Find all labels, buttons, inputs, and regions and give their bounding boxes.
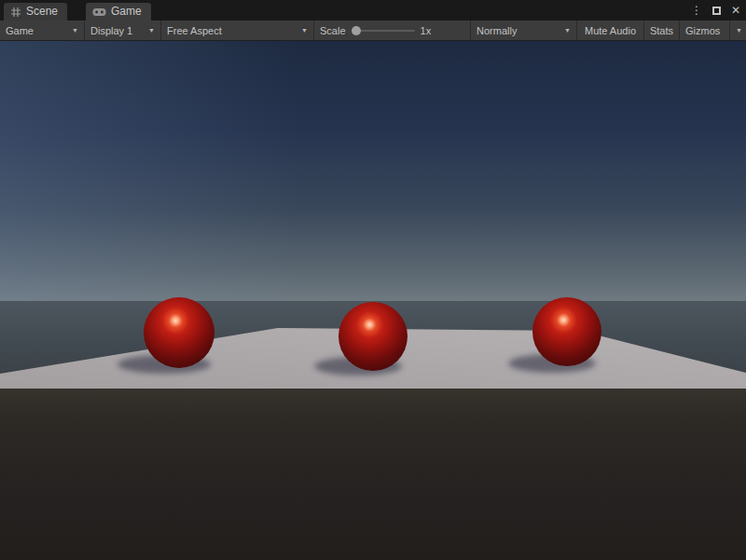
red-sphere-2 (338, 302, 408, 371)
scale-label: Scale (320, 25, 346, 36)
gizmos-dropdown[interactable]: Gizmos ▼ (680, 20, 746, 40)
display-target-label: Display 1 (90, 25, 132, 36)
grid-icon (10, 7, 21, 18)
unity-game-view-window: Scene Game ⋮ ✕ Game ▼ Display 1 ▼ (0, 0, 746, 560)
play-focus-label: Normally (477, 25, 517, 36)
stats-label: Stats (650, 25, 673, 36)
play-focus-dropdown[interactable]: Normally ▼ (471, 20, 577, 40)
aspect-ratio-dropdown[interactable]: Free Aspect ▼ (161, 20, 314, 40)
stats-button[interactable]: Stats (644, 20, 680, 40)
tab-bar: Scene Game ⋮ ✕ (0, 0, 746, 20)
chevron-down-icon: ▼ (729, 20, 742, 40)
red-sphere-1 (144, 297, 214, 368)
tab-scene-label: Scene (26, 3, 58, 20)
scale-slider-handle[interactable] (352, 26, 361, 35)
rendered-scene (0, 41, 746, 560)
tab-game-label: Game (111, 3, 142, 20)
scale-slider-group: Scale 1x (314, 20, 471, 40)
gamepad-icon (92, 7, 106, 17)
sky-left-glow (0, 41, 746, 301)
aspect-ratio-label: Free Aspect (167, 25, 222, 36)
chevron-down-icon: ▼ (301, 27, 308, 34)
game-view-toolbar: Game ▼ Display 1 ▼ Free Aspect ▼ Scale 1… (0, 20, 746, 41)
scale-slider[interactable] (352, 20, 415, 41)
close-icon[interactable]: ✕ (731, 0, 740, 20)
mute-audio-label: Mute Audio (585, 25, 636, 36)
game-viewport[interactable] (0, 41, 746, 560)
chevron-down-icon: ▼ (564, 27, 571, 34)
more-menu-icon[interactable]: ⋮ (691, 0, 702, 20)
gizmos-label: Gizmos (685, 25, 720, 36)
tab-game[interactable]: Game (86, 3, 151, 20)
display-mode-dropdown[interactable]: Game ▼ (0, 20, 85, 40)
red-sphere-3 (532, 297, 601, 366)
foreground-ground (0, 389, 746, 560)
maximize-icon[interactable] (712, 7, 721, 15)
chevron-down-icon: ▼ (148, 27, 155, 34)
tab-scene[interactable]: Scene (4, 3, 67, 20)
scale-slider-track[interactable] (352, 30, 415, 32)
display-mode-label: Game (6, 25, 34, 36)
chevron-down-icon: ▼ (72, 27, 78, 34)
scale-value: 1x (421, 25, 432, 36)
display-target-dropdown[interactable]: Display 1 ▼ (85, 20, 161, 40)
mute-audio-button[interactable]: Mute Audio (577, 20, 644, 40)
window-controls: ⋮ ✕ (691, 0, 740, 20)
